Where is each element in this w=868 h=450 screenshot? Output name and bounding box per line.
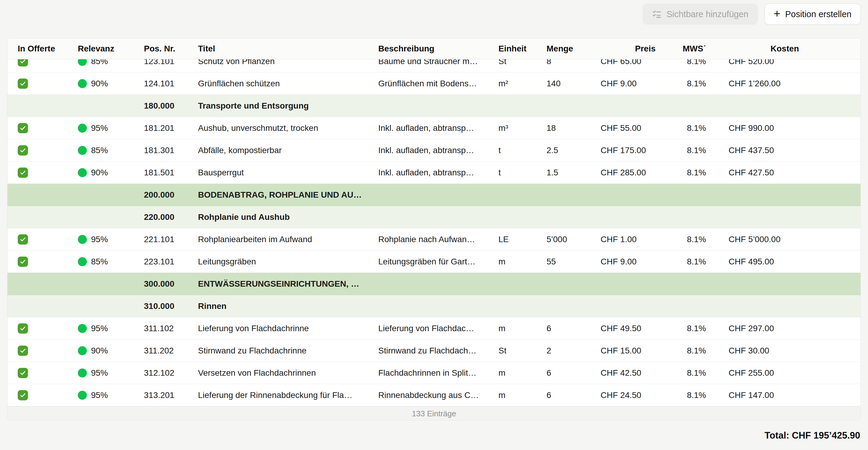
in-offerte-checkbox[interactable] (18, 368, 28, 378)
add-visible-label: Sichtbare hinzufügen (666, 9, 748, 19)
total-amount: Total: CHF 195’425.90 (765, 430, 860, 441)
preis-cell: CHF 285.00 (589, 168, 667, 177)
col-header-menge[interactable]: Menge (536, 44, 589, 54)
col-header-relevanz[interactable]: Relevanz (68, 44, 134, 54)
relevanz-cell: 95% (68, 324, 134, 333)
titel-cell: Leitungsgräben (188, 257, 368, 266)
checklist-icon (652, 9, 661, 19)
table-row[interactable]: 95% 221.101 Rohplaniearbeiten im Aufwand… (7, 228, 861, 251)
section-row[interactable]: 300.000 ENTWÄSSERUNGSEINRICHTUNGEN, … (7, 273, 861, 295)
section-row[interactable]: 220.000 Rohplanie und Aushub (7, 206, 861, 228)
in-offerte-cell (7, 345, 68, 356)
table-row[interactable]: 85% 181.301 Abfälle, kompostierbar Inkl.… (7, 139, 861, 162)
in-offerte-checkbox[interactable] (18, 79, 28, 89)
in-offerte-cell (7, 234, 68, 245)
kosten-cell: CHF 990.00 (709, 123, 861, 133)
in-offerte-cell (7, 78, 68, 89)
col-header-mwst[interactable]: MWS˙ (667, 44, 709, 54)
menge-cell: 6 (536, 368, 589, 378)
check-icon (20, 236, 26, 243)
add-visible-button[interactable]: Sichtbare hinzufügen (643, 4, 757, 25)
in-offerte-checkbox[interactable] (18, 346, 28, 356)
kosten-cell: CHF 5’000.00 (709, 235, 861, 244)
in-offerte-cell (7, 256, 68, 267)
titel-cell: Bausperrgut (188, 168, 368, 177)
check-icon (20, 59, 26, 65)
in-offerte-checkbox[interactable] (18, 168, 28, 178)
relevanz-dot-icon (78, 391, 87, 400)
einheit-cell: St (488, 59, 536, 66)
in-offerte-cell (7, 59, 68, 66)
beschreibung-cell: Grünflächen mit Bodens… (368, 79, 488, 88)
mwst-cell: 8.1% (667, 346, 709, 356)
in-offerte-checkbox[interactable] (18, 324, 28, 334)
pos-nr-cell: 124.101 (134, 79, 188, 88)
relevanz-dot-icon (78, 257, 87, 266)
pos-nr-cell: 181.501 (134, 168, 188, 177)
in-offerte-checkbox[interactable] (18, 257, 28, 267)
in-offerte-checkbox[interactable] (18, 123, 28, 133)
relevanz-cell: 95% (68, 123, 134, 133)
preis-cell: CHF 65.00 (589, 59, 667, 66)
pos-nr-cell: 223.101 (134, 257, 188, 266)
section-row[interactable]: 310.000 Rinnen (7, 295, 861, 317)
mwst-cell: 8.1% (667, 59, 709, 66)
col-header-in-offerte[interactable]: In Offerte (7, 44, 68, 54)
col-header-titel[interactable]: Titel (188, 44, 368, 54)
in-offerte-checkbox[interactable] (18, 59, 28, 66)
preis-cell: CHF 42.50 (589, 368, 667, 378)
positions-table: In Offerte Relevanz Pos. Nr. Titel Besch… (7, 38, 861, 421)
col-header-pos-nr[interactable]: Pos. Nr. (134, 44, 188, 54)
preis-cell: CHF 1.00 (589, 235, 667, 244)
table-row[interactable]: 85% 123.101 Schutz von Pflanzen Bäume un… (7, 59, 861, 73)
table-row[interactable]: 95% 181.201 Aushub, unverschmutzt, trock… (7, 117, 861, 139)
table-footer: 133 Einträge (7, 406, 861, 421)
menge-cell: 18 (536, 123, 589, 133)
section-title: Rinnen (188, 301, 861, 311)
menge-cell: 8 (536, 59, 589, 66)
section-pos-nr: 220.000 (134, 213, 188, 222)
in-offerte-checkbox[interactable] (18, 234, 28, 245)
menge-cell: 6 (536, 390, 589, 400)
table-row[interactable]: 90% 124.101 Grünflächen schützen Grünflä… (7, 73, 861, 95)
section-row[interactable]: 180.000 Transporte und Entsorgung (7, 95, 861, 117)
titel-cell: Schutz von Pflanzen (188, 59, 368, 66)
col-header-einheit[interactable]: Einheit (488, 44, 536, 54)
mwst-cell: 8.1% (667, 257, 709, 266)
col-header-preis[interactable]: Preis (589, 44, 667, 54)
check-icon (20, 169, 26, 176)
create-position-label: Position erstellen (785, 9, 851, 19)
preis-cell: CHF 24.50 (589, 390, 667, 400)
col-header-beschreibung[interactable]: Beschreibung (368, 44, 488, 54)
beschreibung-cell: Inkl. aufladen, abtransp… (368, 123, 488, 133)
in-offerte-checkbox[interactable] (18, 145, 28, 156)
table-row[interactable]: 95% 313.201 Lieferung der Rinnenabdeckun… (7, 384, 861, 406)
kosten-cell: CHF 495.00 (709, 257, 861, 266)
table-row[interactable]: 95% 312.102 Versetzen von Flachdachrinne… (7, 362, 861, 384)
table-row[interactable]: 90% 311.202 Stirnwand zu Flachdachrinne … (7, 340, 861, 362)
in-offerte-cell (7, 390, 68, 400)
relevanz-dot-icon (78, 324, 87, 333)
preis-cell: CHF 9.00 (589, 79, 667, 88)
col-header-kosten[interactable]: Kosten (709, 44, 861, 54)
create-position-button[interactable]: + Position erstellen (764, 4, 861, 25)
kosten-cell: CHF 437.50 (709, 146, 861, 155)
section-row[interactable]: 200.000 BODENABTRAG, ROHPLANIE UND AU… (7, 184, 861, 206)
mwst-cell: 8.1% (667, 235, 709, 244)
table-row[interactable]: 85% 223.101 Leitungsgräben Leitungsgräbe… (7, 251, 861, 273)
relevanz-cell: 95% (68, 368, 134, 378)
section-pos-nr: 300.000 (134, 279, 188, 289)
relevanz-cell: 85% (68, 59, 134, 66)
table-row[interactable]: 95% 311.102 Lieferung von Flachdachrinne… (7, 317, 861, 340)
table-row[interactable]: 90% 181.501 Bausperrgut Inkl. aufladen, … (7, 162, 861, 184)
einheit-cell: m (488, 324, 536, 333)
in-offerte-cell (7, 368, 68, 378)
section-title: Rohplanie und Aushub (188, 213, 861, 222)
menge-cell: 2.5 (536, 146, 589, 155)
menge-cell: 5’000 (536, 235, 589, 244)
section-pos-nr: 180.000 (134, 101, 188, 111)
in-offerte-checkbox[interactable] (18, 390, 28, 400)
preis-cell: CHF 15.00 (589, 346, 667, 356)
einheit-cell: LE (488, 235, 536, 244)
section-title: Transporte und Entsorgung (188, 101, 861, 111)
